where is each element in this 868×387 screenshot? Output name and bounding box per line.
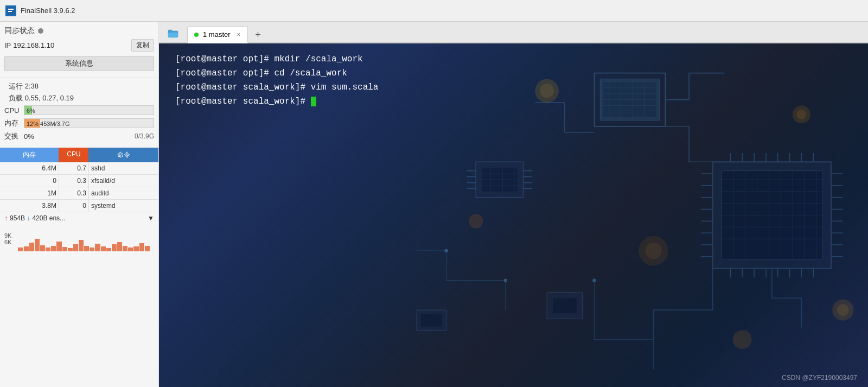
terminal-prompt-0: [root@master opt]# mkdir /scala_work xyxy=(175,54,363,64)
watermark: CSDN @ZYF2190003497 xyxy=(782,374,857,382)
table-row: 0 0.3 xfsaild/d xyxy=(0,175,158,187)
sync-status-dot xyxy=(38,28,43,34)
process-cpu-1: 0.3 xyxy=(59,175,89,187)
chart-bars-container xyxy=(18,226,150,251)
load-value: 0.55, 0.27, 0.19 xyxy=(25,94,74,102)
process-mem-0: 6.4M xyxy=(0,162,59,174)
process-cpu-3: 0 xyxy=(59,200,89,212)
mem-stat-row: 内存 12% 453M/3.7G xyxy=(4,118,154,128)
copy-ip-button[interactable]: 复制 xyxy=(131,39,154,52)
chart-label-bottom: 6K xyxy=(4,239,11,245)
swap-percent: 0% xyxy=(24,132,51,141)
process-rows: 6.4M 0.7 sshd 0 0.3 xfsaild/d 1M 0.3 aud… xyxy=(0,162,158,212)
table-row: 1M 0.3 auditd xyxy=(0,187,158,200)
process-cmd-1: xfsaild/d xyxy=(89,175,158,187)
network-chart xyxy=(14,225,154,252)
terminal-prompt-3: [root@master scala_work]# xyxy=(175,97,311,106)
swap-label: 交换 xyxy=(4,131,24,141)
net-interface: ens... xyxy=(49,214,148,222)
process-cmd-0: sshd xyxy=(89,162,158,174)
main-layout: 同步状态 IP 192.168.1.10 复制 系统信息 运行 2:38 负载 … xyxy=(0,22,868,387)
active-tab[interactable]: 1 master × xyxy=(187,26,248,43)
sync-row: 同步状态 xyxy=(4,26,154,36)
table-row: 6.4M 0.7 sshd xyxy=(0,162,158,175)
net-up-value: 954B xyxy=(10,214,25,222)
cpu-label: CPU xyxy=(4,106,24,115)
sidebar-top: 同步状态 IP 192.168.1.10 复制 系统信息 xyxy=(0,22,158,78)
process-mem-1: 0 xyxy=(0,175,59,187)
process-mem-2: 1M xyxy=(0,187,59,199)
load-row: 负载 0.55, 0.27, 0.19 xyxy=(4,93,154,103)
cpu-bar-container: 6% xyxy=(24,105,154,115)
terminal-content: [root@master opt]# mkdir /scala_work [ro… xyxy=(159,43,868,387)
process-header-cmd: 命令 xyxy=(88,148,158,162)
cpu-percent: 6% xyxy=(27,106,35,115)
svg-rect-1 xyxy=(8,9,14,10)
process-table: 内存 CPU 命令 6.4M 0.7 sshd 0 0.3 xfsaild/d … xyxy=(0,148,158,212)
process-table-header: 内存 CPU 命令 xyxy=(0,148,158,162)
sync-label: 同步状态 xyxy=(4,26,35,36)
terminal-line-3: [root@master scala_work]# xyxy=(175,97,852,106)
process-cpu-2: 0.3 xyxy=(59,187,89,199)
net-down-value: 420B xyxy=(32,214,47,222)
stats-section: 运行 2:38 负载 0.55, 0.27, 0.19 CPU 6% 内存 xyxy=(0,78,158,148)
content-area: 1 master × + xyxy=(159,22,868,387)
sysinfo-button[interactable]: 系统信息 xyxy=(4,56,154,71)
uptime-row: 运行 2:38 xyxy=(4,81,154,91)
mem-percent-detail: 12% 453M/3.7G xyxy=(27,119,70,128)
process-header-cpu: CPU xyxy=(59,148,88,162)
swap-stat-row: 交换 0% 0/3.9G xyxy=(4,131,154,141)
network-row: ↑ 954B ↓ 420B ens... ▼ xyxy=(4,214,154,222)
process-cpu-0: 0.7 xyxy=(59,162,89,174)
uptime-label: 运行 xyxy=(9,82,23,90)
tab-status-dot xyxy=(194,33,199,37)
sidebar: 同步状态 IP 192.168.1.10 复制 系统信息 运行 2:38 负载 … xyxy=(0,22,159,387)
app-icon xyxy=(5,5,16,16)
network-section: ↑ 954B ↓ 420B ens... ▼ xyxy=(0,212,158,224)
tab-bar: 1 master × + xyxy=(159,22,868,43)
chart-label-top: 9K xyxy=(4,232,11,239)
terminal-prompt-1: [root@master opt]# cd /scala_work xyxy=(175,68,347,78)
process-cmd-2: auditd xyxy=(89,187,158,199)
terminal-line-0: [root@master opt]# mkdir /scala_work xyxy=(175,54,852,64)
process-mem-3: 3.8M xyxy=(0,200,59,212)
folder-button[interactable] xyxy=(163,25,183,42)
title-bar: FinalShell 3.9.6.2 xyxy=(0,0,868,22)
app-title: FinalShell 3.9.6.2 xyxy=(21,7,75,15)
add-tab-button[interactable]: + xyxy=(250,27,266,42)
process-cmd-3: systemd xyxy=(89,200,158,212)
load-label: 负载 xyxy=(9,94,23,102)
terminal-cursor xyxy=(311,97,316,106)
mem-bar-container: 12% 453M/3.7G xyxy=(24,118,154,128)
tab-close-button[interactable]: × xyxy=(237,31,241,39)
tab-label: 1 master xyxy=(203,30,231,39)
net-up-arrow: ↑ xyxy=(4,214,8,222)
ip-row: IP 192.168.1.10 复制 xyxy=(4,39,154,52)
cpu-stat-row: CPU 6% xyxy=(4,105,154,115)
svg-rect-2 xyxy=(8,11,12,12)
net-dropdown-icon[interactable]: ▼ xyxy=(148,214,154,222)
mem-label: 内存 xyxy=(4,118,24,128)
process-header-mem: 内存 xyxy=(0,148,59,162)
terminal-line-1: [root@master opt]# cd /scala_work xyxy=(175,68,852,78)
ip-value: 192.168.1.10 xyxy=(13,41,54,49)
net-down-arrow: ↓ xyxy=(27,214,30,222)
swap-detail: 0/3.9G xyxy=(135,132,154,140)
ip-label: IP xyxy=(4,41,11,49)
terminal-line-2: [root@master scala_work]# vim sum.scala xyxy=(175,83,852,92)
table-row: 3.8M 0 systemd xyxy=(0,200,158,212)
uptime-value: 2:38 xyxy=(25,82,39,90)
terminal-area[interactable]: [root@master opt]# mkdir /scala_work [ro… xyxy=(159,43,868,387)
terminal-prompt-2: [root@master scala_work]# vim sum.scala xyxy=(175,83,378,92)
